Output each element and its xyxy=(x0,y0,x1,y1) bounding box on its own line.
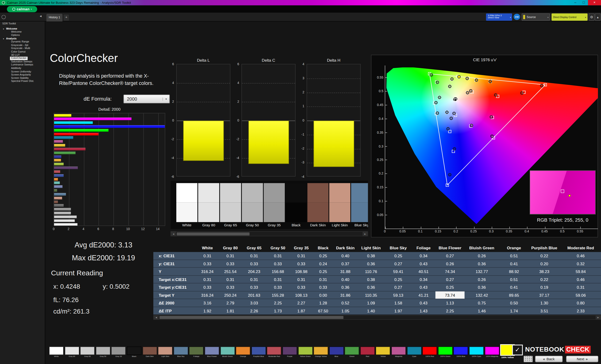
de-formula-select[interactable]: 2000 ▾ xyxy=(123,95,170,104)
sidebar-item-options[interactable]: Options xyxy=(10,34,21,37)
bottom-patch-100-blue[interactable]: 100% Blue xyxy=(454,347,468,359)
sidebar-item-screen-stability[interactable]: Screen Stability xyxy=(10,77,30,80)
y-tick-label: 0.1 xyxy=(372,199,383,203)
back-button[interactable]: « Back xyxy=(535,356,563,362)
calman-menu-button[interactable]: calman ▾ xyxy=(7,6,37,12)
bottom-patch-100-cyan[interactable]: 100% Cyan xyxy=(469,347,484,359)
bottom-patch-magenta[interactable]: Magenta xyxy=(391,347,406,359)
sidebar-item-additivity[interactable]: Additivity xyxy=(10,67,22,70)
tick-mark xyxy=(563,227,563,229)
meter-dropdown[interactable]: X-Rite i1Pro 2 Direct View ▾ xyxy=(486,13,512,21)
scroll-right-icon[interactable]: ► xyxy=(596,316,601,319)
sidebar-item-screen-uniformity[interactable]: Screen Uniformity xyxy=(10,70,32,73)
swatch xyxy=(96,347,110,355)
bottom-patch-100-magenta[interactable]: 100% Magenta xyxy=(485,347,499,359)
scrollbar-thumb[interactable] xyxy=(177,232,250,235)
sidebar-item-dynamic-range[interactable]: Dynamic Range xyxy=(10,40,30,44)
patch-gray-65[interactable]: Gray 65 xyxy=(220,183,241,227)
sidebar-item-grayscale-2pt[interactable]: Grayscale - 2pt xyxy=(10,44,29,47)
source-dropdown[interactable]: Source ▾ xyxy=(522,13,550,21)
swatch-label: Blue Sky xyxy=(173,355,188,357)
source-label: Source xyxy=(527,15,548,19)
sidebar-item-colorchecker[interactable]: ColorChecker xyxy=(10,57,28,60)
layout-circle-icon[interactable] xyxy=(2,15,6,19)
bottom-patch-blue-sky[interactable]: Blue Sky xyxy=(173,347,188,359)
close-icon[interactable]: × xyxy=(588,0,601,5)
patch-actual-swatch xyxy=(264,183,285,202)
collapse-panel-icon[interactable]: ▴ xyxy=(595,13,601,21)
sidebar-item-saturation-sweeps[interactable]: Saturation Sweeps xyxy=(10,60,33,63)
bottom-patch-orange-yellow[interactable]: Orange Yellow xyxy=(314,347,328,359)
patch-dark-skin[interactable]: Dark Skin xyxy=(307,183,329,227)
patch-black[interactable]: Black xyxy=(285,183,307,227)
patch-gray-80[interactable]: Gray 80 xyxy=(198,183,219,227)
highlighted-cell[interactable]: 73.74 xyxy=(435,291,465,299)
sidebar-section-welcome[interactable]: ▾Welcome xyxy=(0,27,45,30)
bottom-patch-yellow[interactable]: Yellow xyxy=(376,347,391,359)
bottom-patch-dark-skin[interactable]: Dark Skin xyxy=(142,347,157,359)
swatch-label: 100% Blue xyxy=(454,355,468,357)
bottom-patch-gray-35[interactable]: Gray 35 xyxy=(111,347,126,359)
patch-light-skin[interactable]: Light Skin xyxy=(329,183,350,227)
sidebar-title: SDR Toolkit xyxy=(2,22,16,25)
bottom-patch-bluish-green[interactable]: Bluish Green xyxy=(220,347,235,359)
patch-strip-scrollbar[interactable]: ◄ ► xyxy=(171,231,368,236)
patch-gray-50[interactable]: Gray 50 xyxy=(242,183,263,227)
sidebar-item-grayscale-multi[interactable]: Grayscale - Multi xyxy=(10,47,31,50)
bottom-patch-purple[interactable]: Purple xyxy=(282,347,297,359)
bottom-patch-gray-65[interactable]: Gray 65 xyxy=(80,347,95,359)
patch-target-swatch xyxy=(176,203,197,222)
table-cell: 0.25 xyxy=(313,252,333,259)
bottom-patch-yellow-green[interactable]: Yellow Green xyxy=(298,347,312,359)
bottom-patch-gray-80[interactable]: Gray 80 xyxy=(65,347,79,359)
display-control-dropdown[interactable]: Direct Display Control ▾ xyxy=(551,13,587,21)
sidebar-item-luminance-sweeps[interactable]: Luminance Sweeps xyxy=(10,63,34,67)
bottom-patch-red[interactable]: Red xyxy=(360,347,375,359)
patch-gray-35[interactable]: Gray 35 xyxy=(264,183,285,227)
x-tick-label: 0.55 xyxy=(574,229,586,233)
gear-icon[interactable]: ⚙ xyxy=(589,13,594,21)
table-cell: 37.17 xyxy=(529,291,560,299)
sidebar-section-analysis[interactable]: ▾Analysis xyxy=(0,37,45,40)
expander-icon[interactable]: ▾ xyxy=(3,27,6,31)
bottom-patch-orange[interactable]: Orange xyxy=(236,347,250,359)
scrollbar-thumb[interactable] xyxy=(160,316,343,319)
table-cell: 1.81 xyxy=(219,307,242,315)
bottom-patch-green[interactable]: Green xyxy=(345,347,359,359)
bottom-patch-white[interactable]: White xyxy=(49,347,64,359)
swatch xyxy=(454,347,468,355)
maximize-icon[interactable]: □ xyxy=(580,0,588,5)
scroll-left-icon[interactable]: ◄ xyxy=(154,316,159,319)
keyboard-icon[interactable] xyxy=(523,356,533,362)
bottom-patch-moderate-red[interactable]: Moderate Red xyxy=(267,347,281,359)
patch-label: Gray 50 xyxy=(242,222,263,227)
tab-history-1[interactable]: History 1 xyxy=(47,14,63,22)
sidebar-item-screen-angularity[interactable]: Screen Angularity xyxy=(10,73,32,77)
bottom-patch-purplish-blue[interactable]: Purplish Blue xyxy=(251,347,266,359)
minimize-icon[interactable]: – xyxy=(571,0,580,5)
bottom-patch-100-green[interactable]: 100% Green xyxy=(438,347,453,359)
sidebar-collapse-icon[interactable]: ◄ xyxy=(39,15,42,18)
bottom-patch-cyan[interactable]: Cyan xyxy=(407,347,421,359)
expander-icon[interactable]: ▾ xyxy=(3,37,6,41)
bottom-patch-gray-50[interactable]: Gray 50 xyxy=(96,347,110,359)
sidebar-item-3d-lut[interactable]: 3D LUT xyxy=(10,53,21,57)
bottom-patch-foliage[interactable]: Foliage xyxy=(189,347,203,359)
scroll-left-icon[interactable]: ◄ xyxy=(171,232,176,236)
sidebar-item-welcome[interactable]: Welcome xyxy=(10,30,22,34)
sidebar-item-spectral-power-dist[interactable]: Spectral Power Dist. xyxy=(10,80,35,83)
next-button[interactable]: Next » xyxy=(566,356,598,362)
sidebar-item-color-gamut[interactable]: Color Gamut xyxy=(10,50,27,53)
add-tab-button[interactable]: + xyxy=(64,15,69,21)
gridline xyxy=(242,102,295,102)
table-scrollbar[interactable]: ◄ ► xyxy=(153,315,601,320)
patch-blue-sky[interactable]: Blue Sky xyxy=(351,183,368,227)
bottom-patch-light-skin[interactable]: Light Skin xyxy=(158,347,172,359)
scroll-right-icon[interactable]: ► xyxy=(362,232,367,236)
deltae-bar-green xyxy=(54,152,76,154)
bottom-patch-blue-flower[interactable]: Blue Flower xyxy=(205,347,219,359)
patch-white[interactable]: White xyxy=(176,183,197,227)
bottom-patch-blue[interactable]: Blue xyxy=(329,347,344,359)
bottom-patch-black[interactable]: Black xyxy=(127,347,141,359)
bottom-patch-100-red[interactable]: 100% Red xyxy=(422,347,437,359)
